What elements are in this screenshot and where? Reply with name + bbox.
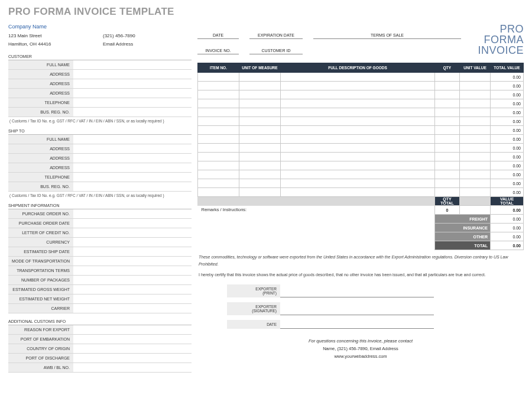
table-cell[interactable]	[198, 108, 239, 117]
table-cell[interactable]: 0.00	[491, 73, 524, 82]
table-cell[interactable]	[239, 135, 281, 144]
sig-exporter-print-line[interactable]	[280, 284, 434, 297]
table-cell[interactable]: 0.00	[491, 90, 524, 99]
meta-invno-input[interactable]	[197, 54, 239, 54]
shipto-address-1[interactable]	[73, 144, 192, 153]
meta-custid-input[interactable]	[249, 54, 303, 54]
table-cell[interactable]	[460, 117, 491, 126]
shipto-bus-reg[interactable]	[73, 182, 192, 191]
table-cell[interactable]	[281, 153, 435, 161]
shipto-full-name[interactable]	[73, 135, 192, 144]
table-cell[interactable]	[198, 82, 239, 90]
table-cell[interactable]	[239, 188, 281, 197]
table-cell[interactable]	[239, 99, 281, 108]
customer-address-3[interactable]	[73, 89, 192, 98]
table-cell[interactable]	[460, 108, 491, 117]
table-cell[interactable]: 0.00	[491, 117, 524, 126]
table-cell[interactable]	[435, 135, 460, 144]
table-cell[interactable]	[239, 108, 281, 117]
table-cell[interactable]: 0.00	[491, 144, 524, 153]
table-cell[interactable]	[281, 170, 435, 179]
table-cell[interactable]	[198, 188, 239, 197]
shipto-address-3[interactable]	[73, 163, 192, 172]
table-cell[interactable]: 0.00	[491, 126, 524, 135]
ship-num-pkg[interactable]	[73, 276, 192, 284]
table-cell[interactable]	[435, 117, 460, 126]
table-cell[interactable]	[281, 82, 435, 90]
table-cell[interactable]: 0.00	[491, 135, 524, 144]
table-cell[interactable]	[460, 179, 491, 188]
table-cell[interactable]	[435, 170, 460, 179]
customer-address-2[interactable]	[73, 79, 192, 88]
table-cell[interactable]	[435, 188, 460, 197]
table-cell[interactable]	[198, 179, 239, 188]
customs-embark[interactable]	[73, 335, 192, 344]
customer-address-1[interactable]	[73, 70, 192, 79]
ship-trans-terms[interactable]	[73, 266, 192, 275]
customs-discharge[interactable]	[73, 354, 192, 363]
table-cell[interactable]	[239, 170, 281, 179]
table-cell[interactable]	[239, 179, 281, 188]
table-cell[interactable]	[460, 170, 491, 179]
table-cell[interactable]	[460, 126, 491, 135]
table-cell[interactable]: 0.00	[491, 108, 524, 117]
table-cell[interactable]	[435, 99, 460, 108]
customer-telephone[interactable]	[73, 98, 192, 107]
table-cell[interactable]: 0.00	[491, 153, 524, 161]
customs-awb[interactable]	[73, 363, 192, 372]
ship-est-ship[interactable]	[73, 247, 192, 256]
table-cell[interactable]: 0.00	[491, 170, 524, 179]
table-cell[interactable]	[198, 170, 239, 179]
table-cell[interactable]	[198, 135, 239, 144]
sig-date-line[interactable]	[280, 320, 434, 329]
customs-reason[interactable]	[73, 325, 192, 334]
table-cell[interactable]	[435, 90, 460, 99]
table-cell[interactable]	[460, 144, 491, 153]
ship-po-no[interactable]	[73, 209, 192, 218]
table-cell[interactable]	[460, 99, 491, 108]
ship-mode[interactable]	[73, 257, 192, 266]
table-cell[interactable]	[460, 161, 491, 170]
shipto-telephone[interactable]	[73, 173, 192, 182]
table-cell[interactable]	[198, 161, 239, 170]
table-cell[interactable]	[281, 144, 435, 153]
table-cell[interactable]	[281, 117, 435, 126]
table-cell[interactable]	[435, 153, 460, 161]
table-cell[interactable]	[460, 90, 491, 99]
ship-po-date[interactable]	[73, 219, 192, 228]
table-cell[interactable]	[281, 161, 435, 170]
table-cell[interactable]	[198, 117, 239, 126]
table-cell[interactable]	[239, 117, 281, 126]
table-cell[interactable]	[460, 82, 491, 90]
table-cell[interactable]	[198, 73, 239, 82]
table-cell[interactable]	[198, 144, 239, 153]
table-cell[interactable]: 0.00	[491, 99, 524, 108]
table-cell[interactable]	[281, 73, 435, 82]
table-cell[interactable]	[239, 82, 281, 90]
ship-gross[interactable]	[73, 285, 192, 294]
table-cell[interactable]	[435, 73, 460, 82]
table-cell[interactable]	[460, 188, 491, 197]
table-cell[interactable]	[198, 126, 239, 135]
table-cell[interactable]	[198, 153, 239, 161]
table-cell[interactable]	[435, 144, 460, 153]
ship-loc[interactable]	[73, 228, 192, 237]
table-cell[interactable]	[239, 153, 281, 161]
table-cell[interactable]	[435, 126, 460, 135]
table-cell[interactable]: 0.00	[491, 179, 524, 188]
sig-exporter-sign-line[interactable]	[280, 302, 434, 315]
table-cell[interactable]: 0.00	[491, 188, 524, 197]
table-cell[interactable]	[281, 108, 435, 117]
table-cell[interactable]: 0.00	[491, 82, 524, 90]
ship-carrier[interactable]	[73, 304, 192, 313]
table-cell[interactable]	[239, 73, 281, 82]
table-cell[interactable]	[281, 179, 435, 188]
table-cell[interactable]	[198, 90, 239, 99]
table-cell[interactable]	[239, 126, 281, 135]
customer-bus-reg[interactable]	[73, 108, 192, 117]
table-cell[interactable]	[460, 153, 491, 161]
table-cell[interactable]	[435, 161, 460, 170]
table-cell[interactable]	[198, 99, 239, 108]
table-cell[interactable]	[239, 144, 281, 153]
table-cell[interactable]	[460, 135, 491, 144]
